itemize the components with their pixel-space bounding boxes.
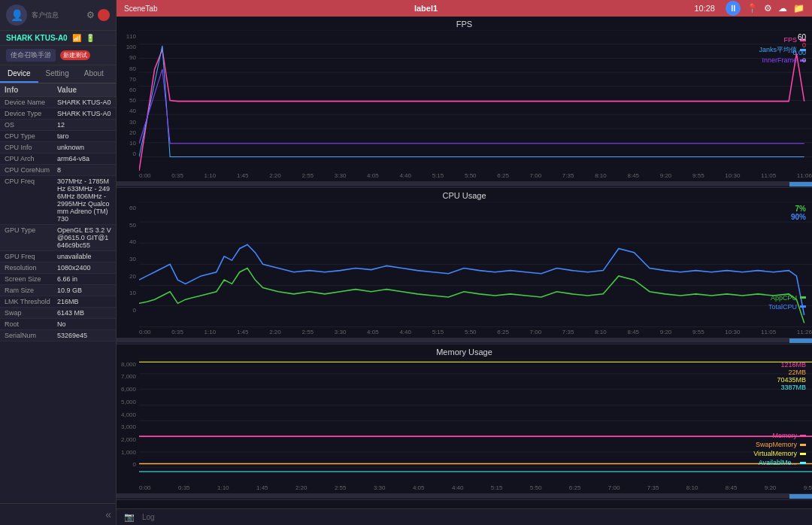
info-col-value: taro [57,132,111,140]
sidebar: 👤 客户信息 ⚙ SHARK KTUS-A0 📶 🔋 使命召唤手游 新建测试 D… [0,0,117,525]
info-col-value: 216MB [57,298,111,305]
pause-button[interactable]: ⏸ [726,1,741,16]
cpu-total-stat: 90% [791,213,806,221]
wifi-icon: 📶 [72,34,81,42]
mem-stat2: 22MB [777,369,806,376]
collapse-icon[interactable]: « [105,508,111,520]
info-row: Screen Size6.66 in [0,274,116,285]
info-row: CPU Infounknown [0,142,116,153]
fps-legend-janks-label: Janks平均值 [759,45,797,55]
info-col-value: 6143 MB [57,309,111,317]
fps-scrollbar[interactable] [117,181,812,187]
info-row: Ram Size10.9 GB [0,285,116,296]
fps-scrollbar-thumb [789,182,812,187]
cpu-scrollbar[interactable] [117,338,812,344]
info-col-label: CPU Freq [5,178,57,223]
device-row: SHARK KTUS-A0 📶 🔋 [0,31,116,46]
virtual-dot [800,453,806,455]
info-col-value: 12 [57,121,111,129]
memory-legend: Memory SwapMemory VirtualMemory Ava [753,432,806,468]
memory-y-axis: 8,000 7,000 6,000 5,000 4,000 3,000 2,00… [117,358,139,484]
mem-legend-virtual-label: VirtualMemory [753,450,797,457]
info-col-label: LMK Threshold [5,298,57,305]
info-col-value: No [57,320,111,328]
action-btn-game[interactable]: 使命召唤手游 [6,49,56,62]
cloud-icon[interactable]: ☁ [778,3,787,14]
fps-x-axis: 0:000:351:101:452:202:553:304:054:405:15… [117,171,812,181]
swap-dot [800,444,806,446]
cpu-app-dot [800,296,806,299]
info-col-value: arm64-v8a [57,155,111,162]
main-content: SceneTab label1 10:28 ⏸ 📍 ⚙ ☁ 📁 FPS 110 … [117,0,812,525]
info-table: Device NameSHARK KTUS-A0Device TypeSHARK… [0,97,116,503]
info-col-value: OpenGL ES 3.2 V@0615.0 GIT@1646c9bc55 [57,226,111,249]
info-col-value: 6.66 in [57,275,111,283]
info-row: Device TypeSHARK KTUS-A0 [0,108,116,120]
info-col-label: Root [5,320,57,328]
mem-legend-memory-label: Memory [772,432,797,439]
info-col-label: GPU Freq [5,253,57,260]
fps-svg [139,30,812,171]
fps-val3: 0.00 [792,49,806,56]
action-badge: 新建测试 [60,50,90,60]
mem-stat1: 1216MB [777,361,806,369]
info-col-label: Ram Size [5,287,57,294]
info-row: SerialNum53269e45 [0,330,116,341]
memory-canvas: 1216MB 22MB 70435MB 3387MB Memory SwapMe… [139,358,812,484]
available-dot [800,462,806,464]
fps-scrollbar-track [117,181,812,186]
info-row: Resolution1080x2400 [0,262,116,274]
info-col-label: CPU Arch [5,155,57,162]
cpu-chart-wrapper: 60 50 40 30 20 10 0 [117,202,812,327]
fps-stats: 60 0 0.00 0 [792,33,806,64]
settings-icon[interactable]: ⚙ [86,10,95,20]
fps-val2: 0 [792,41,806,49]
memory-x-axis: 0:000:351:101:452:202:553:304:054:405:15… [117,483,812,493]
fps-chart-title: FPS [117,17,812,30]
sidebar-header: 👤 客户信息 ⚙ [0,0,116,31]
info-col-label: CPU Info [5,144,57,151]
fps-legend-iframe-label: InnerFrame [762,56,797,64]
fps-y-axis: 110 100 90 80 70 60 50 40 30 20 10 0 [117,30,139,171]
folder-icon[interactable]: 📁 [793,3,804,14]
mem-legend-available: AvailablMe... [753,459,806,466]
cpu-stats: 7% 90% [791,205,806,221]
cpu-legend-app: AppCPU [768,294,806,302]
charts-area: FPS 110 100 90 80 70 60 50 40 30 20 10 0 [117,17,812,508]
avatar: 👤 [6,5,27,26]
quick-actions: 使命召唤手游 新建测试 [0,46,116,65]
fps-val4: 0 [792,56,806,64]
info-col-value: 8 [57,166,111,174]
info-row: Swap6143 MB [0,308,116,319]
cpu-legend-total: TotalCPU [768,303,806,311]
user-label: 客户信息 [32,11,82,20]
memory-scrollbar[interactable] [117,493,812,499]
cpu-x-axis: 0:000:351:101:452:202:553:304:054:405:15… [117,327,812,337]
cpu-chart-section: CPU Usage 60 50 40 30 20 10 0 [117,188,812,344]
cpu-chart-title: CPU Usage [117,188,812,202]
mem-dot [800,435,806,437]
mem-legend-memory: Memory [753,432,806,439]
tab-setting[interactable]: Setting [38,65,77,83]
info-row: CPU Archarm64-v8a [0,153,116,165]
memory-stats: 1216MB 22MB 70435MB 3387MB [777,361,806,391]
gear-icon[interactable]: ⚙ [764,3,772,14]
memory-chart-section: Memory Usage 8,000 7,000 6,000 5,000 4,0… [117,344,812,501]
tab-device[interactable]: Device [0,65,38,83]
memory-chart-wrapper: 8,000 7,000 6,000 5,000 4,000 3,000 2,00… [117,358,812,484]
info-row: RootNo [0,319,116,330]
fps-time: 60 [792,33,806,41]
info-col-label: Screen Size [5,275,57,283]
cpu-svg [139,202,812,327]
info-col-label: CPU Type [5,132,57,140]
mem-legend-virtual: VirtualMemory [753,450,806,457]
status-camera-icon[interactable]: 📷 [124,512,135,522]
tab-about[interactable]: About [77,65,111,83]
info-row: GPU Frequnavailable [0,251,116,262]
info-col-value: 10.9 GB [57,287,111,294]
info-col-value: SHARK KTUS-A0 [57,110,111,117]
info-col-value: 53269e45 [57,332,111,339]
location-icon[interactable]: 📍 [747,3,758,14]
record-button[interactable] [98,9,110,21]
sidebar-footer: « [0,503,116,525]
